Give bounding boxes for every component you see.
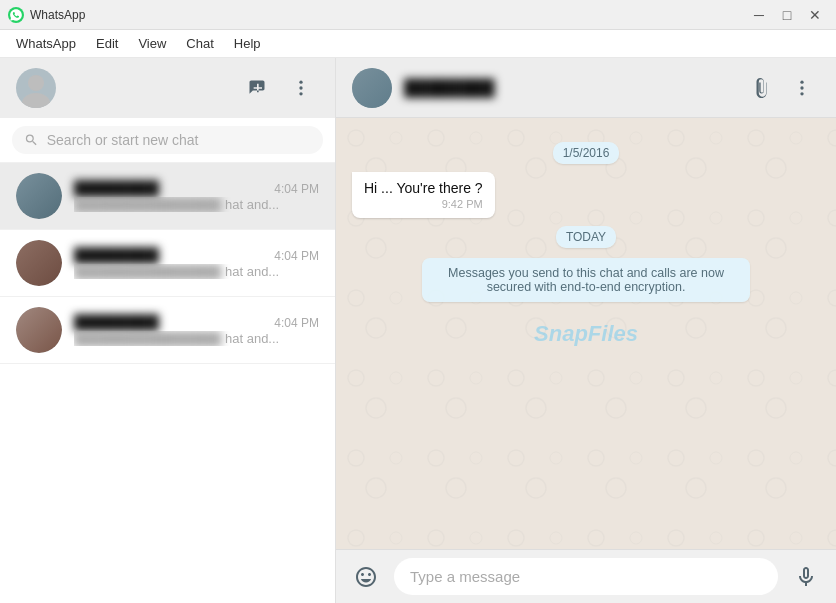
info-message: Messages you send to this chat and calls…: [352, 258, 820, 302]
chat-info-3: ████████ 4:04 PM ████████████████ hat an…: [74, 314, 319, 346]
chat-time-1: 4:04 PM: [274, 182, 319, 196]
chat-name-1: ████████: [74, 180, 159, 197]
chat-item-3[interactable]: ████████ 4:04 PM ████████████████ hat an…: [0, 297, 335, 364]
attachment-button[interactable]: [744, 70, 780, 106]
svg-point-1: [22, 93, 50, 108]
menu-whatsapp[interactable]: WhatsApp: [8, 34, 84, 53]
emoji-button[interactable]: [348, 559, 384, 595]
profile-avatar[interactable]: [16, 68, 56, 108]
svg-point-0: [28, 75, 44, 91]
menu-bar: WhatsApp Edit View Chat Help: [0, 30, 836, 58]
chat-input-bar: [336, 549, 836, 603]
new-chat-button[interactable]: [239, 70, 275, 106]
chat-item-2[interactable]: ████████ 4:04 PM ████████████████ hat an…: [0, 230, 335, 297]
chat-header-name: ████████: [404, 79, 495, 97]
chat-avatar-2: [16, 240, 62, 286]
chat-preview-3: ████████████████ hat and...: [74, 331, 319, 346]
title-bar-controls: ─ □ ✕: [746, 2, 828, 28]
chat-avatar-1: [16, 173, 62, 219]
voice-button[interactable]: [788, 559, 824, 595]
menu-help[interactable]: Help: [226, 34, 269, 53]
message-input[interactable]: [394, 558, 778, 595]
message-time-1: 9:42 PM: [364, 198, 483, 210]
app-body: ████████ 4:04 PM ████████████████ hat an…: [0, 58, 836, 603]
chat-header-avatar[interactable]: [352, 68, 392, 108]
svg-point-3: [299, 86, 302, 89]
title-bar: WhatsApp ─ □ ✕: [0, 0, 836, 30]
sidebar-header-actions: [239, 70, 319, 106]
message-text-1: Hi ... You're there ?: [364, 180, 483, 196]
svg-point-4: [299, 92, 302, 95]
chat-avatar-3: [16, 307, 62, 353]
chat-name-3: ████████: [74, 314, 159, 331]
chat-more-button[interactable]: [784, 70, 820, 106]
chat-info-1: ████████ 4:04 PM ████████████████ hat an…: [74, 180, 319, 212]
close-button[interactable]: ✕: [802, 2, 828, 28]
search-bar: [0, 118, 335, 163]
minimize-button[interactable]: ─: [746, 2, 772, 28]
search-input[interactable]: [47, 132, 311, 148]
search-icon: [24, 132, 39, 148]
chat-name-row-1: ████████ 4:04 PM: [74, 180, 319, 197]
more-options-button[interactable]: [283, 70, 319, 106]
menu-edit[interactable]: Edit: [88, 34, 126, 53]
maximize-button[interactable]: □: [774, 2, 800, 28]
chat-time-3: 4:04 PM: [274, 316, 319, 330]
chat-name-row-2: ████████ 4:04 PM: [74, 247, 319, 264]
chat-time-2: 4:04 PM: [274, 249, 319, 263]
sidebar: ████████ 4:04 PM ████████████████ hat an…: [0, 58, 336, 603]
date-badge: 1/5/2016: [352, 142, 820, 164]
message-bubble-received: Hi ... You're there ? 9:42 PM: [352, 172, 495, 218]
watermark: SnapFiles: [534, 321, 638, 347]
today-badge: TODAY: [352, 226, 820, 248]
svg-point-2: [299, 81, 302, 84]
chat-header-actions: [744, 70, 820, 106]
chat-header: ████████: [336, 58, 836, 118]
chat-header-left: ████████: [352, 68, 495, 108]
message-row-received: Hi ... You're there ? 9:42 PM: [352, 172, 820, 218]
title-bar-left: WhatsApp: [8, 7, 85, 23]
svg-point-6: [800, 86, 803, 89]
chat-panel: ████████ SnapFiles 1/: [336, 58, 836, 603]
title-bar-title: WhatsApp: [30, 8, 85, 22]
chat-name-2: ████████: [74, 247, 159, 264]
svg-point-5: [800, 80, 803, 83]
chat-list: ████████ 4:04 PM ████████████████ hat an…: [0, 163, 335, 603]
chat-name-row-3: ████████ 4:04 PM: [74, 314, 319, 331]
chat-messages: SnapFiles 1/5/2016 Hi ... You're there ?…: [336, 118, 836, 549]
chat-preview-1: ████████████████ hat and...: [74, 197, 319, 212]
chat-info-2: ████████ 4:04 PM ████████████████ hat an…: [74, 247, 319, 279]
sidebar-header-left: [16, 68, 56, 108]
chat-item-1[interactable]: ████████ 4:04 PM ████████████████ hat an…: [0, 163, 335, 230]
search-input-wrap: [12, 126, 323, 154]
info-bubble: Messages you send to this chat and calls…: [422, 258, 750, 302]
svg-point-7: [800, 92, 803, 95]
app-icon: [8, 7, 24, 23]
chat-preview-2: ████████████████ hat and...: [74, 264, 319, 279]
menu-chat[interactable]: Chat: [178, 34, 221, 53]
sidebar-header: [0, 58, 335, 118]
menu-view[interactable]: View: [130, 34, 174, 53]
